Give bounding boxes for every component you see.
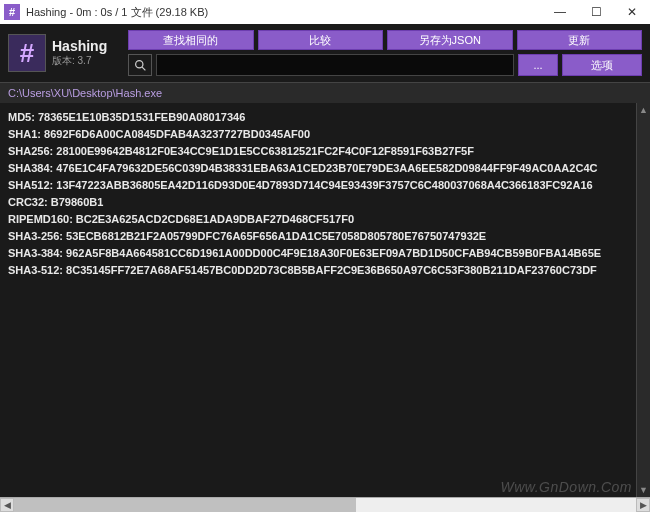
hash-line[interactable]: SHA3-512: 8C35145FF72E7A68AF51457BC0DD2D… <box>8 262 642 279</box>
hash-line[interactable]: SHA3-256: 53ECB6812B21F2A05799DFC76A65F6… <box>8 228 642 245</box>
search-input[interactable] <box>156 54 514 76</box>
app-window-icon: # <box>4 4 20 20</box>
app-version: 版本: 3.7 <box>52 54 122 68</box>
toolbar: # Hashing 版本: 3.7 查找相同的 比较 另存为JSON 更新 ..… <box>0 24 650 82</box>
hash-line[interactable]: SHA384: 476E1C4FA79632DE56C039D4B38331EB… <box>8 160 642 177</box>
save-json-button[interactable]: 另存为JSON <box>387 30 513 50</box>
hash-line[interactable]: SHA256: 28100E99642B4812F0E34CC9E1D1E5CC… <box>8 143 642 160</box>
scroll-thumb[interactable] <box>14 498 356 512</box>
find-same-button[interactable]: 查找相同的 <box>128 30 254 50</box>
hash-line[interactable]: CRC32: B79860B1 <box>8 194 642 211</box>
svg-point-0 <box>135 60 142 67</box>
app-logo-icon: # <box>8 34 46 72</box>
options-button[interactable]: 选项 <box>562 54 642 76</box>
close-button[interactable]: ✕ <box>614 0 650 24</box>
search-icon <box>128 54 152 76</box>
scroll-left-icon[interactable]: ◀ <box>0 498 14 512</box>
hash-line[interactable]: RIPEMD160: BC2E3A625ACD2CD68E1ADA9DBAF27… <box>8 211 642 228</box>
refresh-button[interactable]: 更新 <box>517 30 643 50</box>
horizontal-scrollbar[interactable]: ◀ ▶ <box>0 497 650 512</box>
scroll-right-icon[interactable]: ▶ <box>636 498 650 512</box>
scroll-track[interactable] <box>14 498 636 512</box>
compare-button[interactable]: 比较 <box>258 30 384 50</box>
scroll-down-icon[interactable]: ▼ <box>637 483 651 497</box>
hash-line[interactable]: MD5: 78365E1E10B35D1531FEB90A08017346 <box>8 109 642 126</box>
titlebar: # Hashing - 0m : 0s / 1 文件 (29.18 KB) — … <box>0 0 650 24</box>
scroll-up-icon[interactable]: ▲ <box>637 103 651 117</box>
browse-button[interactable]: ... <box>518 54 558 76</box>
hash-line[interactable]: SHA1: 8692F6D6A00CA0845DFAB4A3237727BD03… <box>8 126 642 143</box>
hash-line[interactable]: SHA512: 13F47223ABB36805EA42D116D93D0E4D… <box>8 177 642 194</box>
maximize-button[interactable]: ☐ <box>578 0 614 24</box>
minimize-button[interactable]: — <box>542 0 578 24</box>
hash-results: MD5: 78365E1E10B35D1531FEB90A08017346SHA… <box>0 103 650 497</box>
hash-line[interactable]: SHA3-384: 962A5F8B4A664581CC6D1961A00DD0… <box>8 245 642 262</box>
window-title: Hashing - 0m : 0s / 1 文件 (29.18 KB) <box>24 5 542 20</box>
file-path: C:\Users\XU\Desktop\Hash.exe <box>0 82 650 103</box>
app-name: Hashing <box>52 38 122 54</box>
vertical-scrollbar[interactable]: ▲ ▼ <box>636 103 650 497</box>
svg-line-1 <box>142 67 145 70</box>
